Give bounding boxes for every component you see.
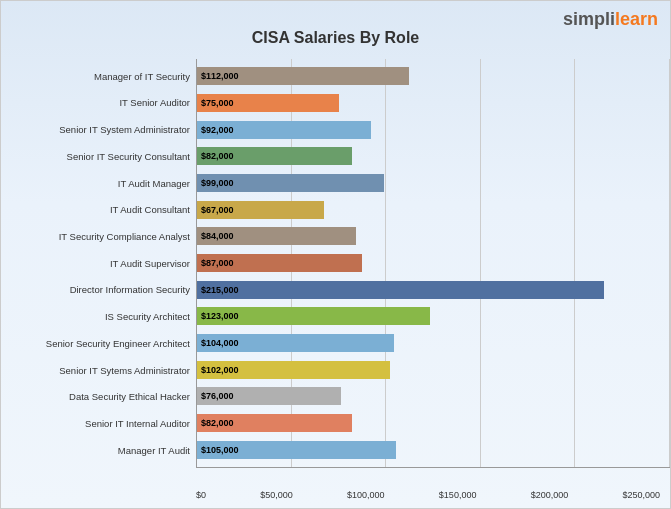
bar: $105,000 <box>197 441 396 459</box>
x-tick: $100,000 <box>347 490 385 500</box>
bar-row: $82,000 <box>197 143 670 169</box>
logo-simpli: simpli <box>563 9 615 29</box>
bar-value-label: $82,000 <box>197 418 238 428</box>
bar: $76,000 <box>197 387 341 405</box>
bar-row: $87,000 <box>197 250 670 276</box>
bar-row: $75,000 <box>197 90 670 116</box>
bar: $215,000 <box>197 281 604 299</box>
bar-value-label: $84,000 <box>197 231 238 241</box>
bar-value-label: $87,000 <box>197 258 238 268</box>
bar: $112,000 <box>197 67 409 85</box>
y-label: IT Audit Manager <box>1 170 196 196</box>
bar-value-label: $75,000 <box>197 98 238 108</box>
bar-value-label: $112,000 <box>197 71 243 81</box>
bar-row: $99,000 <box>197 170 670 196</box>
y-label: Senior IT Security Consultant <box>1 144 196 170</box>
bar-row: $92,000 <box>197 117 670 143</box>
bar: $82,000 <box>197 147 352 165</box>
bar-row: $76,000 <box>197 383 670 409</box>
logo: simplilearn <box>563 9 658 30</box>
y-label: IS Security Architect <box>1 304 196 330</box>
y-label: Manager of IT Security <box>1 63 196 89</box>
logo-learn: learn <box>615 9 658 29</box>
y-label: Senior IT Sytems Administrator <box>1 357 196 383</box>
plot-area: $112,000$75,000$92,000$82,000$99,000$67,… <box>196 59 670 468</box>
bar: $75,000 <box>197 94 339 112</box>
bar-value-label: $102,000 <box>197 365 243 375</box>
x-axis: $0$50,000$100,000$150,000$200,000$250,00… <box>196 490 660 500</box>
bar-row: $102,000 <box>197 357 670 383</box>
chart-area: Manager of IT SecurityIT Senior AuditorS… <box>1 59 670 468</box>
bar: $82,000 <box>197 414 352 432</box>
y-label: Manager IT Audit <box>1 437 196 463</box>
bar: $99,000 <box>197 174 384 192</box>
bar-value-label: $215,000 <box>197 285 243 295</box>
x-tick: $200,000 <box>531 490 569 500</box>
y-label: Senior Security Engineer Architect <box>1 331 196 357</box>
y-label: IT Audit Supervisor <box>1 250 196 276</box>
bar-value-label: $76,000 <box>197 391 238 401</box>
bar: $87,000 <box>197 254 362 272</box>
bar-row: $104,000 <box>197 330 670 356</box>
bar-value-label: $82,000 <box>197 151 238 161</box>
bar-row: $105,000 <box>197 437 670 463</box>
bar: $92,000 <box>197 121 371 139</box>
y-label: IT Audit Consultant <box>1 197 196 223</box>
bar-row: $84,000 <box>197 223 670 249</box>
bar-value-label: $92,000 <box>197 125 238 135</box>
bar-value-label: $67,000 <box>197 205 238 215</box>
bar: $102,000 <box>197 361 390 379</box>
bar-row: $112,000 <box>197 63 670 89</box>
chart-container: simplilearn CISA Salaries By Role Manage… <box>0 0 671 509</box>
y-label: Director Information Security <box>1 277 196 303</box>
bar-value-label: $105,000 <box>197 445 243 455</box>
y-axis: Manager of IT SecurityIT Senior AuditorS… <box>1 59 196 468</box>
x-tick: $150,000 <box>439 490 477 500</box>
bar: $104,000 <box>197 334 394 352</box>
y-label: Senior IT System Administrator <box>1 117 196 143</box>
bar-value-label: $123,000 <box>197 311 243 321</box>
bar-row: $82,000 <box>197 410 670 436</box>
bar: $123,000 <box>197 307 430 325</box>
x-tick: $250,000 <box>622 490 660 500</box>
bar-row: $67,000 <box>197 197 670 223</box>
bar: $84,000 <box>197 227 356 245</box>
x-tick: $50,000 <box>260 490 293 500</box>
y-label: Data Security Ethical Hacker <box>1 384 196 410</box>
bar-value-label: $99,000 <box>197 178 238 188</box>
y-label: IT Security Compliance Analyst <box>1 224 196 250</box>
bar-value-label: $104,000 <box>197 338 243 348</box>
bar: $67,000 <box>197 201 324 219</box>
y-label: Senior IT Internal Auditor <box>1 411 196 437</box>
y-label: IT Senior Auditor <box>1 90 196 116</box>
bar-row: $123,000 <box>197 303 670 329</box>
x-tick: $0 <box>196 490 206 500</box>
bar-row: $215,000 <box>197 277 670 303</box>
